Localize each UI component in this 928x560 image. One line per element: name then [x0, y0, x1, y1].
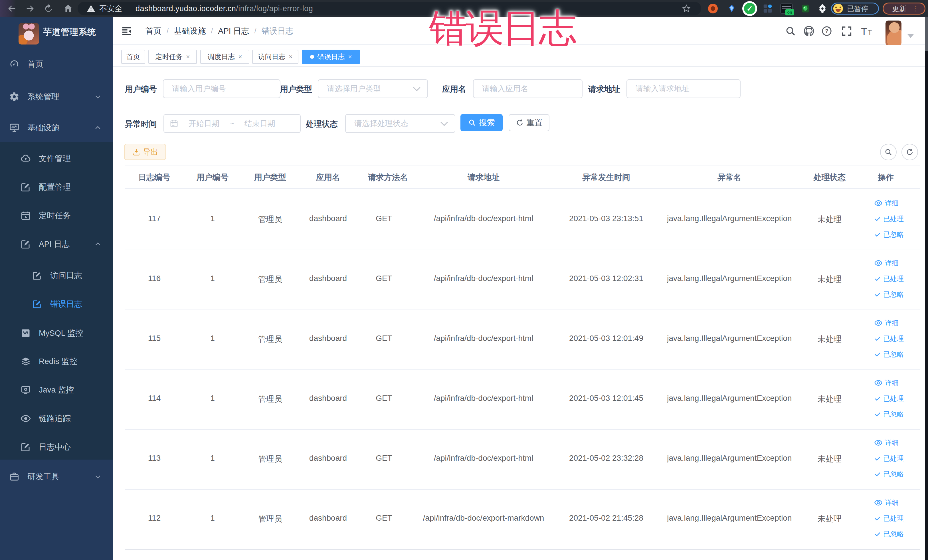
- svg-text:T: T: [861, 25, 867, 37]
- svg-text:?: ?: [825, 28, 829, 34]
- svg-text:T: T: [868, 28, 872, 36]
